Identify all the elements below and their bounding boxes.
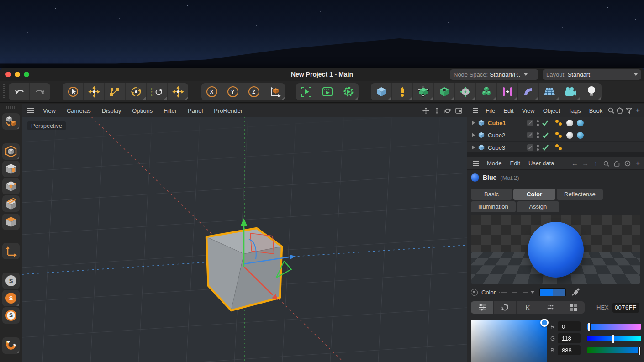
- viewport-menu-view[interactable]: View: [37, 107, 61, 114]
- attribute-hamburger-icon[interactable]: [473, 161, 479, 166]
- tab-reflectense[interactable]: Reflectense: [557, 189, 603, 200]
- viewport[interactable]: Perspective: [22, 117, 467, 362]
- add-generator-button[interactable]: [434, 83, 454, 100]
- viewport-menu-panel[interactable]: Panel: [182, 107, 208, 114]
- snap-enabled-button[interactable]: S: [2, 290, 20, 306]
- tab-color[interactable]: Color: [513, 189, 555, 200]
- edges-mode-button[interactable]: [2, 195, 20, 212]
- parent-up-icon[interactable]: ↑: [591, 159, 601, 167]
- add-particles-button[interactable]: [497, 83, 517, 100]
- viewport-pan-icon[interactable]: [420, 107, 431, 114]
- texture-mode-button[interactable]: [2, 161, 20, 177]
- enabled-check-icon[interactable]: [542, 120, 549, 126]
- add-array-button[interactable]: [476, 83, 496, 100]
- model-mode-button[interactable]: [2, 143, 20, 160]
- lock-y-axis-button[interactable]: Y: [222, 83, 243, 100]
- om-menu-book[interactable]: Book: [585, 107, 607, 114]
- add-cube-button[interactable]: [371, 83, 391, 100]
- add-icon[interactable]: +: [633, 159, 643, 168]
- viewport-menu-options[interactable]: Options: [127, 107, 158, 114]
- polygons-mode-button[interactable]: [2, 214, 20, 230]
- history-forward-icon[interactable]: →: [580, 159, 591, 167]
- visibility-dots-icon[interactable]: [537, 145, 539, 151]
- spectrum-mode-button[interactable]: [539, 301, 562, 314]
- add-light-button[interactable]: [581, 83, 602, 100]
- dropdown-arrow-icon[interactable]: [530, 291, 535, 294]
- am-menu-userdata[interactable]: User data: [524, 160, 558, 167]
- path-home-icon[interactable]: [616, 107, 624, 114]
- sidebar-grip[interactable]: [5, 106, 17, 109]
- add-camera-button[interactable]: [560, 83, 581, 100]
- material-tag-blue[interactable]: [577, 132, 584, 139]
- viewport-camera-label[interactable]: Perspective: [27, 121, 66, 130]
- om-menu-object[interactable]: Object: [539, 107, 565, 114]
- move-tool[interactable]: [84, 83, 104, 100]
- rgb-sliders-mode-button[interactable]: [471, 301, 493, 314]
- expand-arrow-icon[interactable]: [472, 145, 475, 150]
- viewport-menu-filter[interactable]: Filter: [158, 107, 182, 114]
- layer-toggle-icon[interactable]: [527, 144, 533, 151]
- color-picker-handle[interactable]: [540, 319, 549, 327]
- layout-dropdown[interactable]: Layout: Standart: [543, 69, 641, 80]
- search-icon[interactable]: [607, 107, 615, 114]
- red-slider[interactable]: [587, 324, 641, 330]
- layer-toggle-icon[interactable]: [527, 120, 533, 126]
- red-slider-handle[interactable]: [588, 323, 591, 331]
- green-value-field[interactable]: 118: [558, 333, 581, 343]
- undo-button[interactable]: [9, 83, 29, 100]
- viewport-layout-toggle-icon[interactable]: [453, 108, 464, 114]
- color-swatch[interactable]: [539, 288, 566, 296]
- om-menu-edit[interactable]: Edit: [499, 107, 517, 114]
- expand-arrow-icon[interactable]: [472, 121, 475, 125]
- green-slider-handle[interactable]: [612, 335, 614, 343]
- tab-basic[interactable]: Basic: [471, 189, 512, 200]
- red-value-field[interactable]: 0: [558, 321, 581, 331]
- blue-slider-handle[interactable]: [638, 346, 641, 355]
- lock-icon[interactable]: [612, 159, 622, 167]
- enabled-check-icon[interactable]: [542, 132, 549, 138]
- kelvin-mode-button[interactable]: K: [517, 301, 539, 314]
- toolbar-grip[interactable]: [3, 84, 5, 99]
- coordinate-system-button[interactable]: [264, 83, 285, 100]
- viewport-menu-cameras[interactable]: Cameras: [61, 107, 96, 114]
- layer-toggle-icon[interactable]: [527, 132, 533, 138]
- add-object-icon[interactable]: +: [633, 106, 642, 115]
- add-subdivision-surface-button[interactable]: [413, 83, 433, 100]
- om-menu-file[interactable]: File: [481, 107, 499, 114]
- viewport-zoom-icon[interactable]: [431, 107, 442, 114]
- magnet-snap-button[interactable]: [2, 337, 20, 354]
- render-to-picture-viewer-button[interactable]: [317, 83, 338, 100]
- visibility-dots-icon[interactable]: [537, 132, 539, 138]
- track-target-icon[interactable]: [622, 159, 633, 167]
- snap-disabled-button[interactable]: S: [2, 273, 20, 289]
- add-volume-button[interactable]: [455, 83, 475, 100]
- viewport-menu-prorender[interactable]: ProRender: [208, 107, 248, 114]
- scale-tool[interactable]: [105, 83, 125, 100]
- object-name[interactable]: Cube3: [488, 144, 527, 151]
- render-view-button[interactable]: [296, 83, 317, 100]
- lock-z-axis-button[interactable]: Z: [243, 83, 264, 100]
- saturation-value-box[interactable]: [471, 320, 547, 362]
- green-slider[interactable]: [587, 336, 641, 341]
- lock-x-axis-button[interactable]: X: [201, 83, 222, 100]
- expand-arrow-icon[interactable]: [472, 133, 475, 137]
- swatches-mode-button[interactable]: [562, 301, 585, 314]
- material-tag-white[interactable]: [566, 120, 573, 126]
- blue-value-field[interactable]: 888: [558, 345, 581, 355]
- phong-tag-icon[interactable]: [555, 131, 563, 139]
- visibility-dots-icon[interactable]: [537, 120, 539, 126]
- object-name[interactable]: Cube2: [488, 132, 527, 139]
- hex-value-field[interactable]: 0076FF: [612, 303, 639, 313]
- tab-assign[interactable]: Assign: [517, 201, 559, 212]
- material-preview[interactable]: [471, 215, 640, 284]
- eyedropper-icon[interactable]: [571, 288, 580, 296]
- viewport-rotate-icon[interactable]: [442, 107, 453, 114]
- viewport-hamburger-icon[interactable]: [27, 108, 34, 113]
- rotate-tool[interactable]: [126, 83, 146, 100]
- phong-tag-icon[interactable]: [555, 144, 563, 151]
- axis-mode-button[interactable]: [2, 243, 20, 259]
- am-menu-edit[interactable]: Edit: [506, 160, 524, 167]
- om-menu-tags[interactable]: Tags: [564, 107, 585, 114]
- add-deformer-button[interactable]: [518, 83, 538, 100]
- object-name[interactable]: Cube1: [488, 120, 527, 126]
